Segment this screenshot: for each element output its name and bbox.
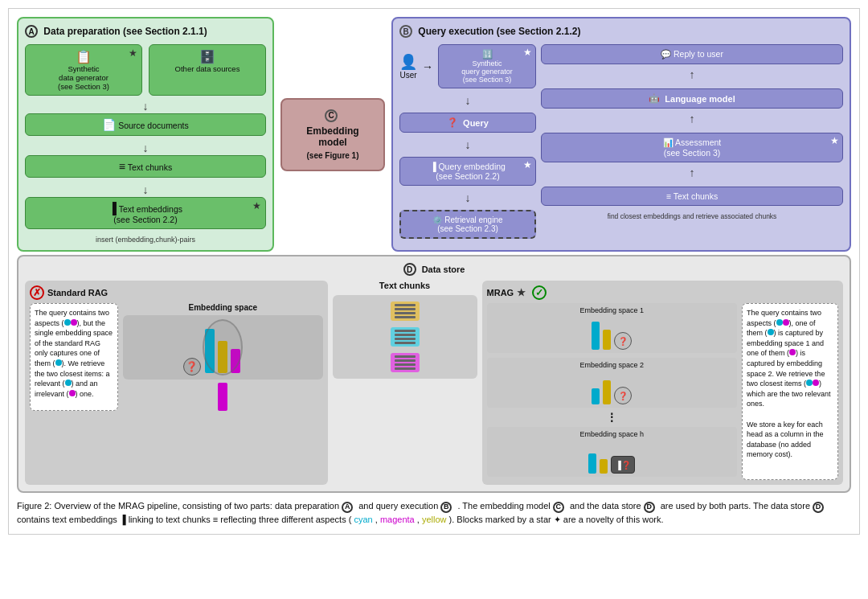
emb-space-h-box: Embedding space h ▐❓ (487, 427, 737, 477)
panel-a-flow: 📋 Syntheticdata generator(see Section 3)… (25, 44, 266, 244)
panel-b-inner: 👤 User → 🔢 Syntheticquery generator(see … (399, 44, 843, 239)
other-sources-box: 🗄️ Other data sources (149, 44, 266, 96)
arrow-up-1: ↓ (541, 71, 843, 82)
assessment-box: 📊 Assessment(see Section 3) ★ (541, 133, 843, 162)
retrieval-icon: ⚙️ (432, 215, 442, 224)
circle-a: A (25, 25, 38, 38)
whole-diagram: A Data preparation (see Section 2.1.1) 📋… (8, 8, 860, 535)
circle-b: B (399, 25, 412, 38)
panel-d: D Data store ✗ Standard RAG The query co… (17, 255, 851, 493)
query-box: ❓ Query (399, 113, 536, 133)
mrag-section: ✓ ★ MRAG Embedding space 1 (482, 281, 843, 485)
text-embeddings-label: Text embeddings(see Section 2.2) (113, 204, 182, 224)
lm-box: 🤖 Language model (541, 88, 843, 109)
esp1-bar1 (592, 322, 600, 350)
mrag-header: ✓ ★ MRAG (487, 285, 838, 300)
caption-circle-d1: D (644, 502, 655, 513)
arrow-up-3: ↓ (541, 169, 843, 180)
arrow-2: ↓ (25, 142, 266, 154)
find-label: find closest embeddings and retrieve ass… (541, 212, 843, 220)
caption-circle-b: B (440, 502, 452, 513)
rag-content: The query contains two aspects (), but t… (30, 303, 323, 411)
caption-cyan: cyan (354, 515, 372, 524)
synth-gen-label: Syntheticdata generator(see Section 3) (32, 64, 135, 91)
mrag-spaces: Embedding space 1 ❓ Embedding space 2 (487, 303, 737, 480)
single-bar-m (218, 383, 227, 411)
synth-q-icon: 🔢 (482, 49, 493, 59)
ai-icon: 🤖 (649, 93, 660, 104)
caption-rest5: ≡ reflecting three different aspects ( (213, 515, 352, 524)
x-circle-icon: ✗ (30, 285, 44, 300)
query-label: Query (463, 118, 489, 128)
reply-box: 💬 Reply to user (541, 44, 843, 64)
reply-label: Reply to user (674, 49, 723, 59)
caption-start: Figure 2: Overview of the MRAG pipeline,… (17, 501, 342, 511)
chunk-1 (391, 302, 420, 321)
source-docs-label: Source documents (118, 121, 189, 130)
query-dot: ❓ (183, 358, 201, 375)
esp2-bar1 (592, 388, 600, 404)
text-chunks-box-a: ≡ Text chunks (25, 155, 266, 178)
panel-a: A Data preparation (see Section 2.1.1) 📋… (17, 17, 274, 252)
text-embeddings-box: ▐ Text embeddings(see Section 2.2) ★ (25, 197, 266, 229)
arrow-1: ↓ (25, 101, 266, 112)
diagram-area: A Data preparation (see Section 2.1.1) 📋… (17, 17, 851, 252)
mrag-desc-text2: We store a key for each head as a column… (747, 421, 824, 459)
panel-d-header: D Data store (25, 263, 843, 276)
mrag-desc-text: The query contains two aspects (), one o… (747, 309, 831, 408)
esp1-query: ❓ (614, 332, 632, 350)
text-chunks-section: Text chunks (333, 281, 477, 485)
arrow-up-2: ↓ (541, 115, 843, 126)
caption-yellow: yellow (422, 515, 447, 524)
other-sources-icon: 🗄️ (199, 50, 215, 64)
standard-rag-section: ✗ Standard RAG The query contains two as… (25, 281, 328, 485)
d-inner: ✗ Standard RAG The query contains two as… (25, 281, 843, 485)
emb-model-subtitle: (see Figure 1) (292, 151, 374, 160)
text-embeddings-icon: ▐ (108, 202, 117, 215)
mrag-star: ★ (517, 287, 526, 298)
mrag-title: MRAG (487, 288, 514, 297)
caption-rest4: contains text embeddings ▐ (17, 515, 129, 524)
source-docs-box: 📄 Source documents (25, 113, 266, 136)
text-chunks-icon-b: ≡ (666, 191, 671, 201)
panel-d-title: Data store (422, 265, 465, 274)
chunk-3 (391, 353, 420, 372)
synth-gen-star: ★ (129, 47, 137, 59)
esph-query: ▐❓ (611, 456, 635, 474)
emb-model-title: Embeddingmodel (292, 125, 374, 148)
embedding-model-container: C Embeddingmodel (see Figure 1) (280, 17, 385, 252)
arrow-b2: ↓ (399, 139, 536, 150)
top-boxes: 📋 Syntheticdata generator(see Section 3)… (25, 44, 266, 96)
synth-query-label: Syntheticquery generator(see Section 3) (445, 59, 529, 84)
panel-a-title: Data preparation (see Section 2.1.1) (43, 26, 207, 37)
panel-a-label: A Data preparation (see Section 2.1.1) (25, 25, 266, 38)
user-box: 👤 User (399, 53, 417, 80)
synth-query-gen-box: 🔢 Syntheticquery generator(see Section 3… (438, 44, 536, 88)
assessment-star: ★ (830, 135, 839, 146)
emb-space-1-title: Embedding space 1 (492, 306, 732, 314)
rag-title: Standard RAG (47, 288, 108, 297)
arrow-b1: ↓ (399, 95, 536, 106)
assessment-icon: 📊 (663, 137, 674, 147)
esp1-bar2 (603, 330, 611, 350)
source-docs-icon: 📄 (102, 118, 116, 131)
ellipse (203, 319, 243, 375)
rag-desc-text: The query contains two aspects (), but t… (35, 309, 113, 398)
text-emb-star: ★ (252, 200, 261, 211)
panel-b-label: B Query execution (see Section 2.1.2) (399, 25, 843, 38)
dots-indicator: ⋮ (487, 411, 737, 424)
emb-space-2-visual: ❓ (492, 372, 732, 404)
user-icon: 👤 (399, 53, 417, 71)
rag-description: The query contains two aspects (), but t… (30, 303, 118, 411)
b-row1: 👤 User → 🔢 Syntheticquery generator(see … (399, 44, 536, 88)
circle-d: D (403, 263, 416, 276)
caption-linking: linking to text chunks (129, 515, 211, 524)
text-chunks-box-b: ≡ Text chunks (541, 187, 843, 206)
text-chunks-icon-a: ≡ (119, 160, 125, 173)
caption-rest1: . The embedding model (457, 501, 552, 511)
synth-gen-icon: 📋 (76, 50, 92, 64)
caption-rest2: and the data store (570, 501, 644, 511)
query-emb-icon: ▐ (430, 162, 436, 171)
reply-icon: 💬 (661, 49, 671, 59)
caption-circle-a: A (342, 502, 353, 513)
